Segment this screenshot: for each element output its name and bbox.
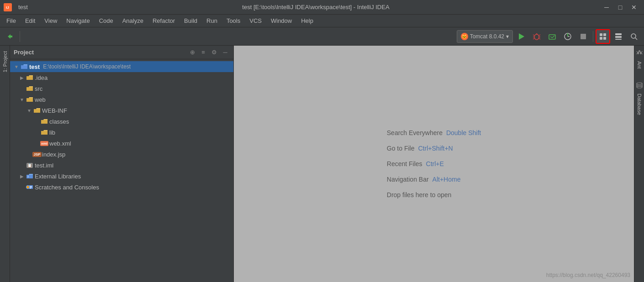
menu-navigate[interactable]: Navigate bbox=[62, 16, 94, 26]
menu-code[interactable]: Code bbox=[95, 16, 118, 26]
svg-point-26 bbox=[631, 34, 636, 38]
menu-run[interactable]: Run bbox=[202, 16, 222, 26]
menu-build[interactable]: Build bbox=[179, 16, 202, 26]
hint-recent-text: Recent Files bbox=[387, 160, 422, 167]
tree-lib-item[interactable]: lib bbox=[10, 127, 233, 138]
menu-vcs[interactable]: VCS bbox=[245, 16, 266, 26]
search-button[interactable] bbox=[627, 29, 641, 44]
debug-button[interactable] bbox=[529, 29, 544, 44]
tree-root-item[interactable]: test E:\tools\IntelliJ IDEA\workspace\te… bbox=[10, 61, 233, 72]
tree-idea-item[interactable]: .idea bbox=[10, 72, 233, 83]
menu-refactor[interactable]: Refactor bbox=[148, 16, 179, 26]
root-folder-icon bbox=[21, 63, 28, 70]
jsp-icon: JSP bbox=[32, 152, 41, 157]
bottom-url: https://blog.csdn.net/qq_42260493 bbox=[546, 272, 630, 278]
profile-button[interactable] bbox=[560, 29, 575, 44]
title-bar: IJ test test [E:\tools\IntelliJ IDEA\wor… bbox=[0, 0, 644, 15]
idea-folder-icon bbox=[26, 74, 33, 81]
project-strip-label[interactable]: 1: Project bbox=[1, 47, 9, 76]
webxml-label: web.xml bbox=[49, 140, 71, 147]
project-panel: Project ⊕ ≡ ⚙ ─ test E:\tools\IntelliJ I… bbox=[10, 46, 234, 282]
settings-button[interactable]: ⚙ bbox=[210, 48, 219, 57]
minimize-button[interactable]: ─ bbox=[600, 1, 613, 14]
hint-goto-shortcut: Ctrl+Shift+N bbox=[418, 145, 453, 152]
svg-point-46 bbox=[637, 86, 642, 88]
ant-icon bbox=[636, 49, 643, 57]
locate-file-button[interactable]: ⊕ bbox=[188, 48, 197, 57]
ant-strip-item[interactable]: Ant bbox=[636, 49, 643, 73]
lib-folder-icon bbox=[41, 129, 48, 136]
scratches-folder-icon bbox=[26, 183, 33, 191]
menu-window[interactable]: Window bbox=[266, 16, 296, 26]
hint-search-shortcut: Double Shift bbox=[446, 129, 481, 136]
svg-line-13 bbox=[550, 37, 552, 38]
src-label: src bbox=[35, 85, 42, 92]
svg-line-9 bbox=[539, 38, 540, 39]
back-navigation-button[interactable] bbox=[3, 29, 17, 44]
svg-line-4 bbox=[533, 35, 534, 36]
svg-point-34 bbox=[27, 186, 29, 188]
tree-classes-item[interactable]: classes bbox=[10, 116, 233, 127]
idea-label: .idea bbox=[35, 74, 48, 81]
tree-extlibs-item[interactable]: ≡ External Libraries bbox=[10, 171, 233, 182]
database-label[interactable]: Database bbox=[636, 90, 643, 119]
database-strip-item[interactable]: Database bbox=[636, 82, 643, 119]
panel-title: Project bbox=[14, 49, 186, 56]
tree-indexjsp-item[interactable]: JSP index.jsp bbox=[10, 149, 233, 160]
svg-rect-24 bbox=[615, 36, 622, 38]
highlighted-toolbar-button[interactable] bbox=[596, 29, 610, 44]
tree-scratches-item[interactable]: Scratches and Consoles bbox=[10, 182, 233, 193]
menu-analyze[interactable]: Analyze bbox=[118, 16, 148, 26]
tree-testiml-item[interactable]: 📋 test.iml bbox=[10, 160, 233, 171]
collapse-all-button[interactable]: ≡ bbox=[199, 48, 208, 57]
run-button[interactable] bbox=[514, 29, 528, 44]
svg-line-38 bbox=[636, 51, 637, 52]
menu-edit[interactable]: Edit bbox=[21, 16, 40, 26]
tree-src-item[interactable]: src bbox=[10, 83, 233, 94]
src-folder-icon bbox=[26, 85, 33, 92]
menu-tools[interactable]: Tools bbox=[222, 16, 245, 26]
run-configuration-dropdown[interactable]: 🐱 Tomcat 8.0.42 ▾ bbox=[457, 30, 513, 43]
maximize-button[interactable]: □ bbox=[614, 1, 627, 14]
tree-webinf-item[interactable]: WEB-INF bbox=[10, 105, 233, 116]
database-icon bbox=[636, 82, 643, 89]
svg-line-8 bbox=[533, 38, 534, 39]
svg-rect-19 bbox=[600, 33, 602, 36]
hint-goto-text: Go to File bbox=[387, 145, 415, 152]
scratches-label: Scratches and Consoles bbox=[35, 184, 99, 191]
menu-view[interactable]: View bbox=[40, 16, 62, 26]
classes-folder-icon bbox=[41, 118, 48, 125]
coverage-button[interactable] bbox=[545, 29, 560, 44]
hide-panel-button[interactable]: ─ bbox=[221, 48, 230, 57]
svg-line-5 bbox=[539, 35, 540, 36]
lib-label: lib bbox=[49, 129, 55, 136]
hint-recent-shortcut: Ctrl+E bbox=[426, 160, 444, 167]
svg-point-37 bbox=[640, 52, 642, 54]
close-button[interactable]: ✕ bbox=[628, 1, 640, 14]
toolbar-layout-button[interactable] bbox=[611, 29, 626, 44]
editor-area[interactable]: Search Everywhere Double Shift Go to Fil… bbox=[234, 46, 634, 282]
tree-webxml-item[interactable]: xml web.xml bbox=[10, 138, 233, 149]
indexjsp-label: index.jsp bbox=[42, 151, 65, 158]
project-tree: test E:\tools\IntelliJ IDEA\workspace\te… bbox=[10, 59, 233, 282]
web-folder-icon bbox=[26, 96, 33, 103]
svg-point-35 bbox=[639, 50, 640, 52]
hint-search-text: Search Everywhere bbox=[387, 129, 443, 136]
extlibs-folder-icon: ≡ bbox=[26, 172, 33, 180]
menu-help[interactable]: Help bbox=[296, 16, 318, 26]
hint-navbar-text: Navigation Bar bbox=[387, 176, 429, 183]
svg-point-3 bbox=[534, 34, 539, 40]
root-label: test bbox=[29, 63, 40, 70]
tree-web-item[interactable]: web bbox=[10, 94, 233, 105]
ant-label[interactable]: Ant bbox=[636, 57, 643, 73]
svg-line-27 bbox=[635, 38, 637, 40]
svg-rect-20 bbox=[603, 33, 606, 36]
menu-file[interactable]: File bbox=[2, 16, 21, 26]
tomcat-label: Tomcat 8.0.42 bbox=[470, 33, 504, 40]
toolbar-sep-1 bbox=[20, 31, 20, 42]
hint-recent: Recent Files Ctrl+E bbox=[387, 160, 481, 167]
hint-navbar-shortcut: Alt+Home bbox=[433, 176, 461, 183]
stop-button[interactable] bbox=[576, 29, 591, 44]
title-bar-left: IJ test bbox=[4, 2, 32, 12]
svg-point-42 bbox=[637, 83, 642, 84]
